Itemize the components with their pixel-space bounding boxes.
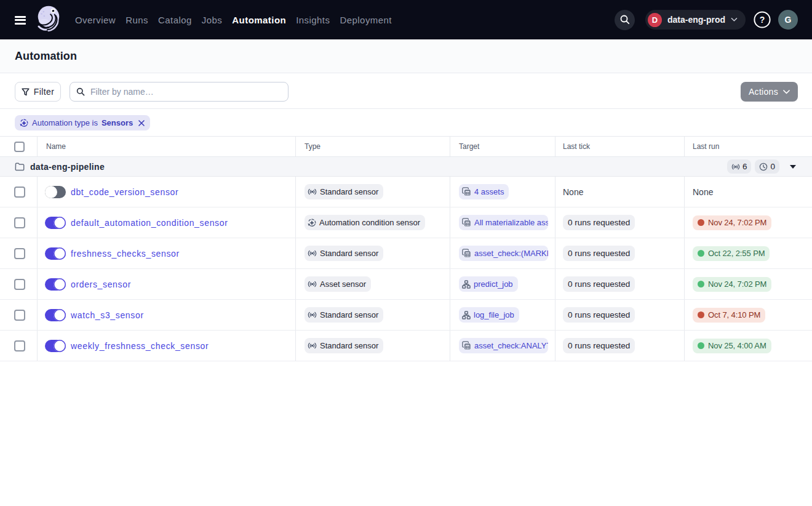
svg-text:?: ? [759, 15, 765, 25]
